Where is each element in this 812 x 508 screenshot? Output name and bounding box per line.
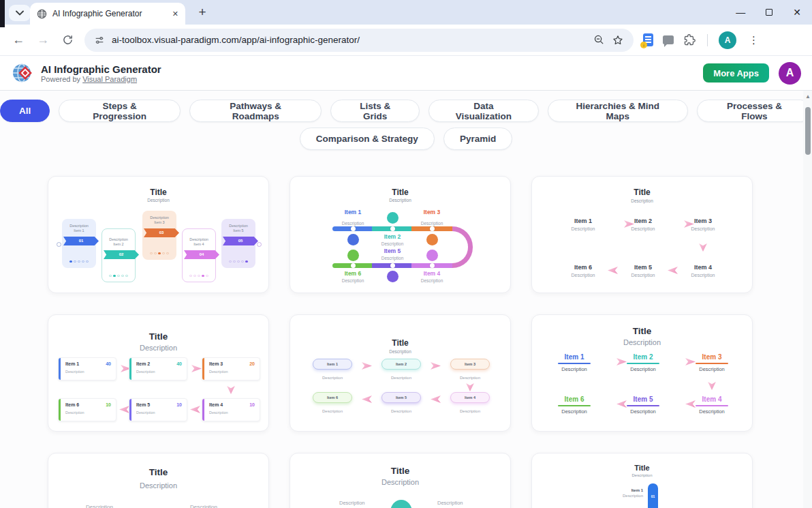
zoom-out-icon[interactable] — [593, 34, 605, 46]
value-card: Item 3Description20 — [202, 357, 260, 380]
browser-menu-icon[interactable]: ⋮ — [746, 34, 762, 46]
url-text[interactable]: ai-toolbox.visual-paradigm.com/app/ai-in… — [112, 35, 587, 45]
timeline-dot — [351, 226, 356, 231]
step-desc: DescriptionItem 1 — [62, 219, 96, 233]
scrollbar-up-icon[interactable]: ▲ — [805, 93, 811, 100]
template-card-partial-3[interactable]: Title Description Item 1 Description 01 — [531, 453, 753, 508]
step-box-1: DescriptionItem 1 01 — [62, 219, 96, 268]
step-number-ribbon: 02 — [104, 250, 139, 259]
connector-ring — [257, 242, 262, 247]
list-item: Item 1Description — [551, 353, 597, 372]
filter-chip-processes-flows[interactable]: Processes & Flows — [697, 100, 812, 122]
filter-chip-pathways-roadmaps[interactable]: Pathways & Roadmaps — [189, 100, 322, 122]
browser-toolbar: ← → ai-toolbox.visual-paradigm.com/app/a… — [0, 25, 812, 56]
card-title: Title — [290, 338, 510, 348]
value-card: Item 4Description10 — [202, 398, 260, 421]
comment-extension-icon[interactable] — [663, 35, 674, 44]
tab-close-icon[interactable]: ✕ — [172, 10, 178, 18]
tab-title: AI Infographic Generator — [52, 9, 167, 18]
user-avatar[interactable]: A — [779, 62, 801, 85]
step-box-2: DescriptionItem 2 02 — [102, 228, 136, 282]
scrollbar[interactable]: ▲ — [803, 91, 812, 508]
timeline-item-label: Item 6 — [334, 270, 372, 277]
value-card: Item 2Description40 — [129, 357, 187, 380]
docs-offline-extension-icon[interactable]: ↓ — [643, 33, 653, 46]
arrow-left-icon — [362, 395, 372, 404]
template-card-partial-2[interactable]: Title Description Description Descriptio… — [290, 453, 511, 508]
window-close-icon[interactable]: ✕ — [793, 7, 801, 18]
arrow-right-icon — [362, 361, 372, 370]
extensions-puzzle-icon[interactable] — [683, 33, 696, 46]
browser-tab[interactable]: AI Infographic Generator ✕ — [30, 3, 185, 25]
visual-paradigm-link[interactable]: Visual Paradigm — [82, 75, 137, 83]
partial-label: Description — [190, 504, 217, 508]
bar-item-desc: Description — [606, 494, 643, 498]
card-description: Description — [48, 481, 268, 490]
card-description: Description — [532, 338, 752, 346]
template-card-underline-list[interactable]: Title Description Item 1Description Item… — [531, 314, 753, 432]
step-dots — [62, 260, 96, 263]
step-dots — [102, 275, 135, 278]
template-grid: Title Description DescriptionItem 1 01 D… — [48, 176, 753, 508]
step-box-4: DescriptionItem 4 04 — [182, 228, 216, 282]
filter-chip-all[interactable]: All — [0, 100, 50, 122]
list-item: Item 4Description — [689, 395, 735, 415]
template-card-uturn-timeline[interactable]: Title Description Item 1 Description Ite… — [290, 176, 511, 293]
step-number-ribbon: 03 — [144, 228, 179, 237]
card-description: Description — [532, 473, 752, 477]
timeline-dot — [351, 263, 356, 268]
scrollbar-thumb[interactable] — [805, 107, 811, 155]
browser-profile-avatar[interactable]: A — [719, 31, 736, 49]
card-title: Title — [290, 466, 510, 476]
arrow-left-icon — [119, 405, 129, 414]
template-card-pill-list[interactable]: Title Description Item 1Description Item… — [290, 314, 511, 432]
forward-icon[interactable]: → — [31, 29, 54, 52]
list-item: Item 1Description — [559, 218, 607, 231]
filter-chip-pyramid[interactable]: Pyramid — [443, 128, 512, 150]
pill-item: Item 6Description — [313, 392, 352, 413]
step-dots — [142, 252, 176, 255]
browser-tab-strip: AI Infographic Generator ✕ + — ✕ — [0, 0, 812, 25]
tab-search-button[interactable] — [9, 5, 31, 21]
new-tab-button[interactable]: + — [193, 3, 211, 21]
filter-bar: All Steps & Progression Pathways & Roadm… — [0, 91, 812, 150]
timeline-node — [387, 271, 399, 282]
template-card-zigzag-steps[interactable]: Title Description DescriptionItem 1 01 D… — [48, 176, 269, 293]
card-title: Title — [532, 464, 752, 472]
arrow-right-icon — [191, 364, 202, 373]
site-settings-icon — [94, 35, 105, 46]
template-card-snake-list[interactable]: Title Description Item 1Description Item… — [531, 176, 753, 293]
card-description: Description — [290, 478, 510, 486]
pill-item: Item 2Description — [381, 359, 421, 380]
window-maximize-icon[interactable] — [766, 9, 772, 16]
list-item: Item 2Description — [620, 353, 666, 372]
back-icon[interactable]: ← — [7, 29, 30, 52]
arrow-down-icon — [465, 383, 475, 391]
card-title: Title — [532, 326, 752, 336]
url-bar[interactable]: ai-toolbox.visual-paradigm.com/app/ai-in… — [84, 29, 634, 52]
timeline-item-label: Item 4 — [413, 270, 451, 277]
partial-label: Description — [339, 500, 365, 506]
more-apps-button[interactable]: More Apps — [703, 63, 769, 83]
step-box-5: DescriptionItem 5 05 — [221, 219, 255, 268]
bar-item-label: Item 1 — [606, 488, 643, 492]
filter-chip-data-visualization[interactable]: Data Visualization — [428, 100, 539, 122]
filter-chip-steps-progression[interactable]: Steps & Progression — [59, 100, 181, 122]
bookmark-star-icon[interactable] — [612, 34, 624, 46]
arrow-down-icon — [707, 382, 717, 390]
timeline-curve — [452, 226, 473, 268]
filter-chip-hierarchies-mindmaps[interactable]: Hierarchies & Mind Maps — [548, 100, 688, 122]
card-description: Description — [290, 198, 510, 203]
reload-icon[interactable] — [56, 29, 79, 52]
filter-chip-lists-grids[interactable]: Lists & Grids — [330, 100, 420, 122]
card-title: Title — [48, 188, 268, 197]
timeline-item-desc: Description — [373, 256, 411, 260]
window-edge — [0, 0, 5, 27]
template-card-partial-1[interactable]: Title Description Description Descriptio… — [48, 453, 269, 508]
filter-chip-comparison-strategy[interactable]: Comparison & Strategy — [300, 128, 435, 150]
pill-item: Item 4Description — [450, 392, 490, 413]
step-dots — [183, 275, 215, 278]
template-card-value-cards[interactable]: Title Description Item 1Description40 It… — [48, 314, 269, 432]
step-dots — [221, 260, 255, 263]
window-minimize-icon[interactable]: — — [736, 9, 745, 16]
